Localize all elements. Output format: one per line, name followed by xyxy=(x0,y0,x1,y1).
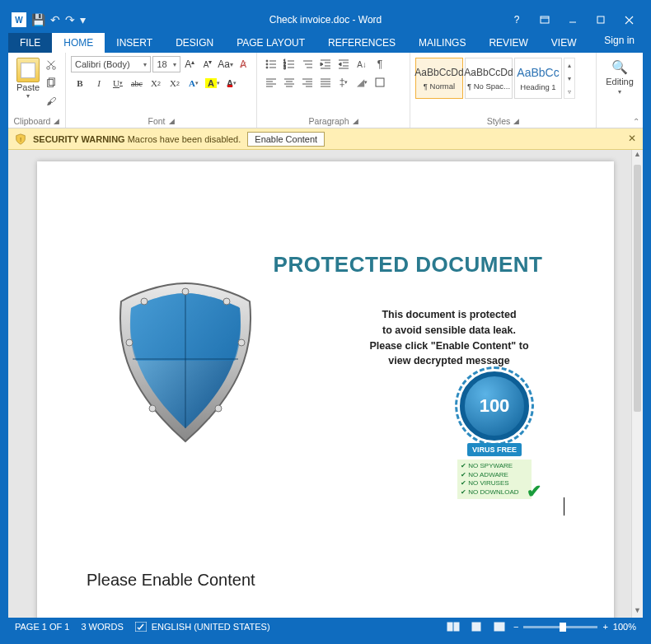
highlight-button[interactable]: A▾ xyxy=(204,74,222,92)
zoom-slider[interactable] xyxy=(523,626,597,628)
svg-marker-33 xyxy=(339,63,341,66)
doc-footer-text: Please Enable Content xyxy=(87,571,255,590)
svg-point-14 xyxy=(266,63,268,65)
svg-rect-0 xyxy=(541,16,549,23)
tab-home[interactable]: HOME xyxy=(52,33,105,53)
svg-line-8 xyxy=(49,61,54,67)
maximize-button[interactable] xyxy=(587,8,615,31)
read-mode-button[interactable] xyxy=(444,620,462,633)
qat-customize-icon[interactable]: ▾ xyxy=(80,13,86,26)
security-bar-close-icon[interactable]: ✕ xyxy=(628,133,636,144)
paste-button[interactable]: Paste ▾ xyxy=(13,56,43,109)
font-name-combo[interactable]: Calibri (Body)▾ xyxy=(71,56,151,72)
cut-button[interactable] xyxy=(43,58,59,72)
borders-button[interactable] xyxy=(371,74,389,91)
status-language[interactable]: ENGLISH (UNITED STATES) xyxy=(135,622,270,632)
align-center-button[interactable] xyxy=(280,74,298,91)
scroll-thumb[interactable] xyxy=(634,165,641,412)
qat-undo-icon[interactable]: ↶ xyxy=(50,13,60,26)
shading-button[interactable]: ◢▾ xyxy=(353,74,371,91)
web-layout-button[interactable] xyxy=(490,620,508,633)
qat-save-icon[interactable]: 💾 xyxy=(31,13,45,26)
svg-point-60 xyxy=(126,339,133,346)
badge-ring-icon: 100 xyxy=(460,371,529,441)
shrink-font-button[interactable]: A▾ xyxy=(199,56,216,72)
svg-point-58 xyxy=(182,288,189,295)
text-effects-button[interactable]: A▾ xyxy=(185,74,203,92)
tab-mailings[interactable]: MAILINGS xyxy=(407,33,477,53)
status-bar: PAGE 1 OF 1 3 WORDS ENGLISH (UNITED STAT… xyxy=(8,618,643,636)
styles-gallery-more-icon[interactable]: ▴▾▿ xyxy=(564,58,575,99)
qat-redo-icon[interactable]: ↷ xyxy=(65,13,75,26)
align-left-button[interactable] xyxy=(262,74,280,91)
vertical-scrollbar[interactable]: ▲ ▼ xyxy=(631,150,643,618)
clipboard-dialog-launcher-icon[interactable]: ◢ xyxy=(54,117,59,125)
tab-file[interactable]: FILE xyxy=(8,33,52,53)
strikethrough-button[interactable]: abc xyxy=(128,74,146,92)
doc-body: This document is protected to avoid sens… xyxy=(317,307,581,369)
tab-references[interactable]: REFERENCES xyxy=(316,33,407,53)
justify-button[interactable] xyxy=(316,74,335,91)
align-right-button[interactable] xyxy=(298,74,316,91)
scroll-down-icon[interactable]: ▼ xyxy=(632,606,643,618)
paragraph-group-label: Paragraph xyxy=(308,116,349,126)
underline-button[interactable]: U▾ xyxy=(109,74,127,92)
tab-insert[interactable]: INSERT xyxy=(105,33,164,53)
decrease-indent-button[interactable] xyxy=(316,56,335,72)
multilevel-list-button[interactable] xyxy=(298,56,316,72)
bullets-button[interactable] xyxy=(262,56,280,72)
style-no-spacing[interactable]: AaBbCcDd¶ No Spac... xyxy=(465,58,513,99)
zoom-slider-knob[interactable] xyxy=(560,623,566,632)
format-painter-button[interactable]: 🖌 xyxy=(43,94,59,109)
tab-page-layout[interactable]: PAGE LAYOUT xyxy=(225,33,316,53)
enable-content-button[interactable]: Enable Content xyxy=(247,132,325,147)
paragraph-dialog-launcher-icon[interactable]: ◢ xyxy=(353,117,358,125)
increase-indent-button[interactable] xyxy=(335,56,353,72)
font-size-combo[interactable]: 18▾ xyxy=(152,56,180,72)
close-button[interactable] xyxy=(615,8,643,31)
line-spacing-button[interactable]: ‡▾ xyxy=(335,74,353,91)
tab-view[interactable]: VIEW xyxy=(540,33,588,53)
show-marks-button[interactable]: ¶ xyxy=(371,56,389,72)
status-page[interactable]: PAGE 1 OF 1 xyxy=(15,622,69,632)
italic-button[interactable]: I xyxy=(90,74,108,92)
bold-button[interactable]: B xyxy=(71,74,89,92)
subscript-button[interactable]: X2 xyxy=(147,74,165,92)
font-color-button[interactable]: A▾ xyxy=(222,74,241,92)
editing-dropdown-icon[interactable]: ▾ xyxy=(618,88,621,96)
document-area[interactable]: PC risk.com PROTECTED DOCUMENT This xyxy=(8,150,643,618)
superscript-button[interactable]: X2 xyxy=(166,74,184,92)
numbering-button[interactable]: 123 xyxy=(280,56,298,72)
zoom-out-button[interactable]: − xyxy=(513,622,518,632)
security-warning-title: SECURITY WARNING xyxy=(33,134,125,144)
font-dialog-launcher-icon[interactable]: ◢ xyxy=(169,117,175,125)
find-icon[interactable]: 🔍 xyxy=(611,59,628,75)
sort-button[interactable]: A↓ xyxy=(353,56,371,72)
document-page[interactable]: PROTECTED DOCUMENT This document is prot… xyxy=(37,161,614,618)
svg-point-61 xyxy=(238,339,245,346)
styles-dialog-launcher-icon[interactable]: ◢ xyxy=(513,117,519,125)
zoom-level[interactable]: 100% xyxy=(613,622,636,632)
minimize-button[interactable] xyxy=(559,8,587,31)
change-case-button[interactable]: Aa▾ xyxy=(218,56,234,72)
ribbon-display-button[interactable] xyxy=(531,8,559,31)
grow-font-button[interactable]: A▴ xyxy=(182,56,199,72)
status-words[interactable]: 3 WORDS xyxy=(81,622,123,632)
tab-review[interactable]: REVIEW xyxy=(477,33,539,53)
ribbon: Paste ▾ 🖌 Clipboard◢ Calibri (Body)▾ 18▾… xyxy=(8,53,643,128)
style-normal[interactable]: AaBbCcDd¶ Normal xyxy=(415,58,463,99)
style-heading1[interactable]: AaBbCcHeading 1 xyxy=(514,58,562,99)
tab-design[interactable]: DESIGN xyxy=(164,33,225,53)
zoom-in-button[interactable]: + xyxy=(602,622,607,632)
copy-button[interactable] xyxy=(43,76,59,91)
scroll-up-icon[interactable]: ▲ xyxy=(632,150,643,161)
svg-line-9 xyxy=(48,61,54,67)
collapse-ribbon-icon[interactable]: ⌃ xyxy=(633,117,639,126)
paste-dropdown-icon[interactable]: ▾ xyxy=(13,92,43,100)
help-button[interactable]: ? xyxy=(503,8,531,31)
svg-point-7 xyxy=(53,67,56,70)
sign-in-link[interactable]: Sign in xyxy=(604,35,635,46)
badge-bullet-list: ✔ NO SPYWARE ✔ NO ADWARE ✔ NO VIRUSES ✔ … xyxy=(457,460,532,499)
clear-formatting-button[interactable]: A̷ xyxy=(235,56,251,72)
print-layout-button[interactable] xyxy=(467,620,485,633)
